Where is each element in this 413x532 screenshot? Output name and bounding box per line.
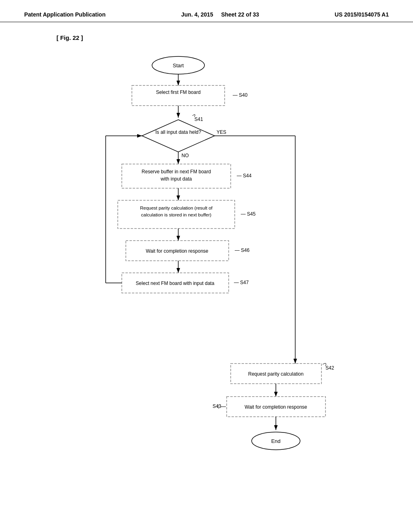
flowchart: Start Select first FM board — S40 S41 Is… bbox=[65, 49, 348, 472]
svg-text:calculation is stored in next : calculation is stored in next buffer) bbox=[141, 212, 211, 217]
svg-text:S43: S43 bbox=[213, 403, 221, 409]
svg-text:S42: S42 bbox=[325, 365, 334, 371]
svg-text:End: End bbox=[271, 438, 280, 444]
flowchart-svg: Start Select first FM board — S40 S41 Is… bbox=[69, 49, 344, 472]
svg-text:— S44: — S44 bbox=[237, 173, 252, 179]
svg-text:YES: YES bbox=[217, 129, 226, 135]
header-sheet: Sheet 22 of 33 bbox=[221, 11, 259, 18]
header-date: Jun. 4, 2015 bbox=[181, 11, 213, 18]
svg-text:Select first FM board: Select first FM board bbox=[156, 89, 201, 95]
svg-text:Wait for completion response: Wait for completion response bbox=[146, 248, 209, 254]
svg-text:Wait for completion response: Wait for completion response bbox=[245, 404, 307, 410]
svg-text:Is all input data held?: Is all input data held? bbox=[155, 129, 201, 135]
svg-marker-9 bbox=[142, 120, 215, 152]
svg-text:NO: NO bbox=[181, 153, 189, 158]
header-date-sheet: Jun. 4, 2015 Sheet 22 of 33 bbox=[181, 11, 259, 18]
svg-text:Reserve buffer in next FM boar: Reserve buffer in next FM board bbox=[142, 169, 211, 175]
svg-text:— S47: — S47 bbox=[234, 280, 249, 285]
svg-text:Start: Start bbox=[173, 62, 184, 69]
svg-text:Request parity calculation: Request parity calculation bbox=[248, 371, 303, 377]
svg-text:Request parity calculation (re: Request parity calculation (result of bbox=[140, 206, 213, 210]
header-patent-number: US 2015/0154075 A1 bbox=[335, 11, 389, 18]
diagram-area: [ Fig. 22 ] Start Select first FM board … bbox=[0, 26, 413, 480]
svg-text:— S45: — S45 bbox=[241, 211, 256, 217]
svg-text:S41: S41 bbox=[194, 116, 203, 122]
svg-text:with input data: with input data bbox=[160, 176, 192, 182]
page-header: Patent Application Publication Jun. 4, 2… bbox=[0, 0, 413, 22]
svg-rect-4 bbox=[132, 85, 225, 106]
svg-text:— S40: — S40 bbox=[233, 92, 248, 98]
svg-text:Select next FM board with inpu: Select next FM board with input data bbox=[136, 281, 215, 286]
figure-label: [ Fig. 22 ] bbox=[56, 34, 389, 41]
svg-text:— S46: — S46 bbox=[235, 247, 250, 253]
header-publication: Patent Application Publication bbox=[24, 11, 106, 18]
